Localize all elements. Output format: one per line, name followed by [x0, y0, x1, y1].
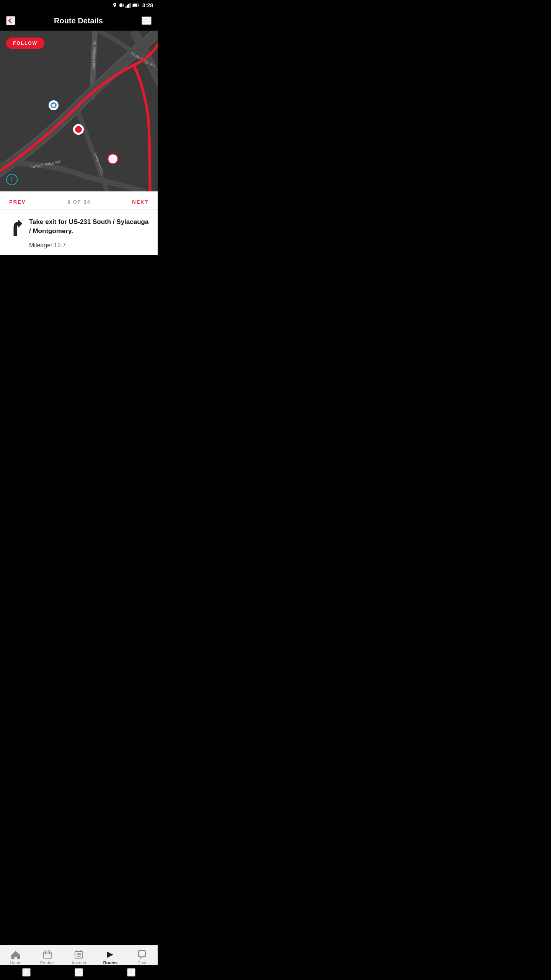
android-home-icon [75, 969, 82, 976]
svg-rect-37 [129, 970, 134, 975]
tab-product-label: Product [40, 960, 55, 965]
svg-rect-1 [119, 4, 120, 7]
mileage-value: 12.7 [54, 242, 66, 248]
direction-text-block: Take exit for US-231 South / Sylacauga /… [29, 217, 152, 249]
svg-rect-12 [142, 23, 151, 24]
tab-routes-label: Routes [103, 960, 117, 965]
menu-icon [142, 17, 151, 24]
map-container: Old Rockford Rd Rocky Ridge Rd Rockford … [0, 31, 158, 191]
svg-rect-5 [128, 4, 129, 8]
svg-rect-9 [138, 5, 139, 6]
android-home-button[interactable] [75, 968, 83, 977]
location-icon [112, 3, 117, 8]
direction-mileage: Mileage: 12.7 [29, 242, 152, 249]
tab-agenda[interactable]: Agenda [63, 950, 95, 965]
turn-right-arrow [6, 219, 23, 237]
tab-chat-label: Chat [137, 960, 146, 965]
mileage-label: Mileage: [29, 242, 52, 248]
menu-button[interactable] [142, 16, 152, 25]
route-details-panel: PREV 8 OF 24 NEXT Take exit for US-231 S… [0, 191, 158, 255]
direction-content: Take exit for US-231 South / Sylacauga /… [0, 210, 158, 255]
map-svg: Old Rockford Rd Rocky Ridge Rd Rockford … [0, 31, 158, 191]
page-count: 8 OF 24 [67, 199, 91, 205]
status-bar: 3:28 [0, 0, 158, 11]
svg-rect-0 [120, 3, 122, 7]
agenda-icon [74, 950, 84, 960]
svg-rect-4 [127, 5, 128, 8]
back-icon [7, 17, 15, 24]
tab-routes[interactable]: Routes [95, 950, 126, 965]
turn-icon [6, 219, 23, 241]
tab-agenda-label: Agenda [72, 960, 86, 965]
svg-rect-25 [44, 952, 51, 958]
page-title: Route Details [15, 16, 142, 25]
svg-point-24 [108, 154, 118, 164]
android-recents-button[interactable] [127, 968, 135, 977]
status-time: 3:28 [142, 2, 153, 8]
chat-icon [137, 950, 147, 960]
tab-chat[interactable]: Chat [126, 950, 158, 965]
info-icon: i [11, 176, 13, 183]
svg-rect-10 [142, 17, 151, 18]
product-icon [42, 950, 52, 960]
pagination-bar: PREV 8 OF 24 NEXT [0, 191, 158, 210]
svg-rect-6 [129, 3, 130, 8]
vibrate-icon [119, 3, 124, 8]
svg-point-27 [49, 951, 50, 952]
back-button[interactable] [6, 16, 15, 25]
android-back-icon [23, 969, 30, 976]
prev-button[interactable]: PREV [9, 199, 26, 205]
tab-home-label: Home [10, 960, 21, 965]
svg-rect-2 [123, 4, 124, 7]
svg-rect-11 [142, 20, 151, 21]
signal-icon [126, 3, 131, 8]
battery-icon [132, 3, 139, 8]
routes-icon [105, 950, 115, 960]
svg-point-23 [75, 126, 82, 133]
svg-point-21 [52, 104, 55, 107]
top-nav: Route Details [0, 11, 158, 31]
svg-rect-3 [126, 6, 127, 8]
tab-home[interactable]: Home [0, 950, 31, 965]
svg-point-26 [45, 951, 46, 952]
android-nav-bar [0, 965, 158, 980]
home-icon [11, 950, 21, 960]
next-button[interactable]: NEXT [132, 199, 148, 205]
follow-button[interactable]: FOLLOW [6, 38, 44, 49]
android-recents-icon [128, 969, 135, 976]
svg-point-36 [76, 970, 82, 975]
tab-product[interactable]: Product [31, 950, 63, 965]
info-button[interactable]: i [6, 174, 18, 185]
svg-rect-8 [133, 4, 137, 7]
android-back-button[interactable] [22, 968, 31, 977]
direction-instruction: Take exit for US-231 South / Sylacauga /… [29, 217, 152, 236]
